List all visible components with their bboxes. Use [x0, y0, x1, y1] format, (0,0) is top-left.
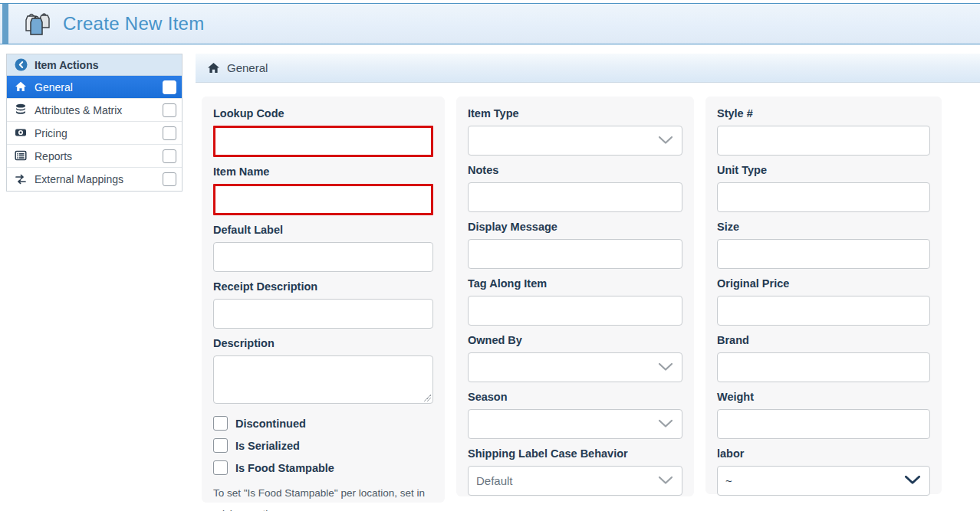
is-serialized-checkbox-row[interactable]: Is Serialized: [213, 438, 433, 453]
sidebar-checkbox-general[interactable]: [163, 80, 176, 94]
is-serialized-label: Is Serialized: [235, 440, 300, 452]
chevron-down-icon: [658, 474, 673, 488]
chevron-down-icon: [658, 134, 673, 148]
unit-type-label: Unit Type: [717, 163, 930, 178]
notes-input[interactable]: [468, 182, 682, 212]
item-type-label: Item Type: [468, 106, 682, 121]
discontinued-checkbox-row[interactable]: Discontinued: [213, 416, 433, 431]
sidebar-item-label: Attributes & Matrix: [35, 104, 122, 116]
shipping-label-case-behavior-label: Shipping Label Case Behavior: [468, 447, 682, 461]
brand-input[interactable]: [717, 352, 930, 382]
sidebar-checkbox-pricing[interactable]: [163, 126, 176, 140]
app-header: Create New Item: [0, 3, 980, 44]
display-message-input[interactable]: [468, 239, 682, 269]
original-price-label: Original Price: [717, 277, 930, 291]
sidebar-item-label: Pricing: [35, 127, 67, 139]
resize-handle-icon[interactable]: [423, 394, 431, 401]
back-circle-icon: [15, 58, 28, 71]
section-header-label: General: [227, 61, 268, 74]
lookup-code-label: Lookup Code: [213, 106, 433, 121]
style-number-input[interactable]: [717, 126, 930, 156]
season-select[interactable]: [468, 409, 682, 439]
swap-arrows-icon: [15, 173, 28, 186]
default-label-label: Default Label: [213, 223, 433, 237]
is-food-stampable-checkbox[interactable]: [213, 460, 228, 475]
receipt-description-label: Receipt Description: [213, 280, 433, 294]
sidebar-checkbox-attributes-matrix[interactable]: [163, 103, 176, 117]
notes-label: Notes: [468, 163, 682, 178]
food-stampable-hint-text: To set "Is Food Stampable" per location,…: [213, 483, 433, 511]
season-label: Season: [468, 390, 682, 405]
sidebar-checkbox-reports[interactable]: [163, 149, 176, 163]
tag-along-item-input[interactable]: [468, 296, 682, 326]
style-number-label: Style #: [717, 106, 930, 121]
owned-by-select[interactable]: [468, 352, 682, 382]
display-message-label: Display Message: [468, 220, 682, 234]
create-new-item-page: Create New Item Item Actions General: [0, 0, 980, 511]
labor-select[interactable]: ~: [717, 466, 930, 496]
is-food-stampable-label: Is Food Stampable: [235, 462, 334, 474]
sidebar-item-attributes-matrix[interactable]: Attributes & Matrix: [7, 99, 182, 122]
sidebar-header-label: Item Actions: [35, 59, 99, 71]
sidebar-item-reports[interactable]: Reports: [7, 145, 182, 168]
size-label: Size: [717, 220, 930, 234]
header-accent-bar: [2, 4, 8, 44]
receipt-description-input[interactable]: [213, 299, 433, 329]
is-food-stampable-checkbox-row[interactable]: Is Food Stampable: [213, 460, 433, 475]
sidebar-item-label: General: [35, 81, 73, 93]
shipping-label-case-behavior-select[interactable]: Default: [468, 466, 682, 496]
item-name-input[interactable]: [213, 184, 433, 215]
weight-input[interactable]: [717, 409, 930, 439]
item-type-select[interactable]: [468, 126, 682, 156]
labor-label: labor: [717, 447, 930, 461]
tag-along-item-label: Tag Along Item: [468, 277, 682, 291]
home-icon: [15, 80, 28, 93]
sidebar-item-label: External Mappings: [35, 173, 123, 185]
database-icon: [15, 103, 28, 116]
item-name-label: Item Name: [213, 165, 433, 179]
discontinued-label: Discontinued: [235, 418, 306, 430]
general-section-header: General: [196, 54, 980, 83]
sidebar-item-label: Reports: [35, 150, 72, 162]
default-label-input[interactable]: [213, 242, 433, 272]
sidebar-item-general[interactable]: General: [7, 76, 182, 99]
shopping-bags-icon: [21, 11, 52, 37]
page-title: Create New Item: [63, 13, 205, 34]
chevron-down-icon: [658, 361, 673, 375]
chevron-down-icon: [658, 418, 673, 431]
form-card-attributes: Style # Unit Type Size Original Price Br…: [705, 97, 942, 494]
form-card-identity: Lookup Code Item Name Default Label Rece…: [202, 97, 445, 503]
size-input[interactable]: [717, 239, 930, 269]
owned-by-label: Owned By: [468, 333, 682, 348]
brand-label: Brand: [717, 333, 930, 348]
labor-value: ~: [725, 474, 732, 487]
sidebar-item-pricing[interactable]: Pricing: [7, 122, 182, 145]
sidebar-checkbox-external-mappings[interactable]: [163, 172, 176, 186]
original-price-input[interactable]: [717, 296, 930, 326]
lookup-code-input[interactable]: [213, 126, 433, 157]
unit-type-input[interactable]: [717, 182, 930, 212]
discontinued-checkbox[interactable]: [213, 416, 228, 431]
sidebar-item-external-mappings[interactable]: External Mappings: [7, 168, 182, 191]
description-label: Description: [213, 336, 433, 351]
banknote-icon: [15, 126, 28, 139]
sidebar-header-item-actions[interactable]: Item Actions: [7, 54, 182, 76]
chevron-down-icon: [904, 474, 921, 488]
report-list-icon: [15, 149, 28, 162]
weight-label: Weight: [717, 390, 930, 405]
item-actions-sidebar: Item Actions General Attributes & Matrix: [6, 54, 183, 192]
home-icon: [207, 61, 220, 74]
shipping-label-case-behavior-value: Default: [476, 474, 513, 487]
form-card-classification: Item Type Notes Display Message Tag Alon…: [456, 97, 694, 496]
description-textarea[interactable]: [213, 355, 433, 404]
is-serialized-checkbox[interactable]: [213, 438, 228, 453]
